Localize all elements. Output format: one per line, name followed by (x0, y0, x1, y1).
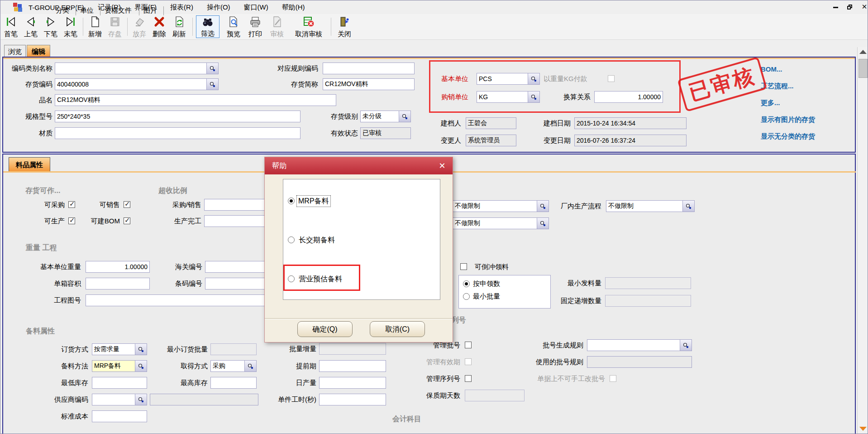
lookup-button[interactable] (528, 92, 539, 102)
ok-button[interactable]: 确定(Q) (297, 321, 353, 337)
can-bom-checkbox[interactable] (124, 217, 130, 224)
limit2-field[interactable]: 不做限制 (446, 217, 549, 229)
toolbar-prev-record[interactable]: 上笔 (21, 15, 40, 38)
link-more[interactable]: 更多... (761, 99, 780, 107)
subtab-category[interactable]: 分类 (56, 6, 69, 15)
subtab-unit[interactable]: 单位 (80, 6, 94, 15)
link-show-unclassified[interactable]: 显示无分类的存货 (761, 132, 815, 141)
close-window-button[interactable]: ✕ (858, 2, 868, 11)
by-request-radio[interactable] (463, 280, 470, 287)
cancel-button[interactable]: 取消(C) (370, 321, 425, 337)
lookup-button[interactable] (135, 361, 147, 371)
lookup-button[interactable] (135, 394, 147, 405)
min-batch-radio[interactable] (463, 293, 470, 300)
toolbar-first-record[interactable]: 首笔 (1, 15, 20, 38)
name-field[interactable]: CR12MOV精料 (55, 94, 336, 106)
can-purchase-checkbox[interactable] (68, 201, 75, 208)
limit1-field[interactable]: 不做限制 (446, 200, 549, 212)
lookup-button[interactable] (206, 63, 218, 74)
mrp-option-label[interactable]: MRP备料 (297, 196, 330, 207)
lookup-button[interactable] (537, 201, 548, 212)
subtab-material-attr[interactable]: 料品属性 (9, 157, 50, 171)
sales-forecast-option-radio[interactable] (288, 275, 295, 282)
restore-button[interactable] (844, 2, 856, 11)
lookup-button[interactable] (244, 361, 256, 371)
sales-forecast-option-label[interactable]: 营业预估备料 (299, 274, 342, 284)
tab-browse[interactable]: 浏览 (4, 45, 26, 57)
toolbar-abandon[interactable]: 放弃 (130, 15, 149, 38)
scroll-thumb[interactable] (858, 59, 868, 78)
dialog-close-button[interactable]: ✕ (437, 161, 447, 171)
base-unit-field[interactable]: PCS (477, 73, 540, 85)
factory-flow-field[interactable]: 不做限制 (606, 200, 695, 212)
lookup-button[interactable] (206, 79, 218, 90)
batch-rule-field[interactable] (587, 339, 692, 351)
vertical-scrollbar[interactable] (857, 47, 868, 434)
subtab-image[interactable]: 图片 (143, 6, 157, 15)
toolbar-print[interactable]: 打印 (246, 15, 265, 38)
supplier-field[interactable] (92, 394, 147, 405)
can-sale-checkbox[interactable] (124, 201, 130, 208)
menu-help[interactable]: 帮助(H) (282, 3, 305, 12)
no-manual-batch-checkbox[interactable] (610, 375, 616, 382)
toolbar-last-record[interactable]: 末笔 (61, 15, 80, 38)
menu-operate[interactable]: 操作(O) (207, 3, 230, 12)
base-weight-field[interactable]: 1.00000 (86, 261, 150, 273)
conversion-field[interactable]: 1.00000 (594, 91, 663, 103)
toolbar-cancel-audit[interactable]: 取消审核 (289, 15, 328, 38)
manage-serial-checkbox[interactable] (465, 375, 472, 382)
daily-output-field[interactable] (319, 377, 386, 389)
minimize-button[interactable] (830, 2, 841, 11)
toolbar-audit[interactable]: 审核 (267, 15, 287, 38)
std-cost-field[interactable] (92, 410, 147, 422)
min-stock-field[interactable] (92, 377, 147, 389)
lookup-button[interactable] (399, 111, 410, 122)
lookup-button[interactable] (680, 340, 692, 351)
toolbar-add[interactable]: 新增 (86, 15, 105, 38)
backflush-checkbox[interactable] (460, 263, 467, 270)
link-bom[interactable]: BOM... (761, 65, 782, 73)
manage-batch-checkbox[interactable] (465, 342, 472, 348)
lead-time-field[interactable] (319, 360, 386, 372)
pay-by-kg-checkbox[interactable] (608, 75, 615, 82)
toolbar-save[interactable]: 存盘 (105, 15, 124, 38)
long-leadtime-option-label[interactable]: 长交期备料 (299, 235, 335, 245)
order-mode-field[interactable]: 按需求量 (92, 343, 147, 355)
toolbar-next-record[interactable]: 下笔 (41, 15, 60, 38)
rule-code-field[interactable] (323, 63, 415, 74)
item-abbr-field[interactable]: CR12MOV精料 (323, 78, 415, 90)
menu-window[interactable]: 窗口(W) (244, 3, 268, 12)
lookup-button[interactable] (135, 344, 147, 355)
toolbar-refresh[interactable]: 刷新 (170, 15, 189, 38)
unit-hours-field[interactable] (319, 394, 386, 405)
scroll-up-arrow[interactable] (859, 50, 867, 54)
toolbar-filter[interactable]: 筛选 (196, 15, 219, 38)
box-volume-field[interactable] (86, 278, 150, 289)
scroll-down-arrow[interactable] (859, 427, 867, 431)
link-show-with-image[interactable]: 显示有图片的存货 (761, 116, 815, 124)
drawing-field[interactable] (86, 294, 292, 306)
toolbar-preview[interactable]: 预览 (223, 15, 244, 38)
toolbar-delete[interactable]: 删除 (150, 15, 169, 38)
material-field[interactable] (55, 127, 300, 139)
spec-field[interactable]: 250*240*35 (55, 111, 300, 122)
level-field[interactable]: 未分级 (360, 111, 411, 122)
item-code-field[interactable]: 400400008 (55, 78, 219, 90)
toolbar-close[interactable]: 关闭 (334, 15, 354, 38)
acquire-field[interactable]: 采购 (210, 360, 257, 372)
tab-edit[interactable]: 编辑 (27, 45, 50, 57)
subtab-qualification[interactable]: 资格文件 (105, 6, 132, 15)
lookup-button[interactable] (537, 218, 548, 229)
dialog-title-bar[interactable]: 帮助 (265, 157, 453, 174)
lookup-button[interactable] (682, 201, 694, 212)
prep-method-field[interactable]: MRP备料 (92, 360, 147, 372)
lookup-button[interactable] (528, 73, 539, 84)
code-type-field[interactable] (55, 63, 219, 74)
max-stock-field[interactable] (210, 377, 257, 389)
can-produce-checkbox[interactable] (68, 217, 75, 224)
manage-expiry-checkbox[interactable] (465, 358, 472, 365)
trade-unit-field[interactable]: KG (477, 91, 540, 103)
menu-report[interactable]: 报表(R) (170, 3, 193, 12)
long-leadtime-option-radio[interactable] (288, 236, 295, 243)
mrp-option-radio[interactable] (288, 198, 295, 204)
